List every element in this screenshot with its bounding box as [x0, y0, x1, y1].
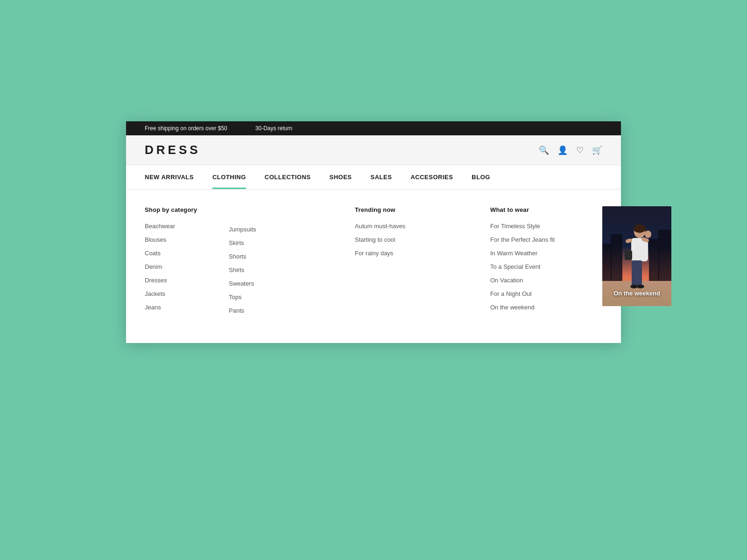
category-blouses[interactable]: Blouses — [145, 236, 201, 243]
category-jumpsuits[interactable]: Jumpsuits — [229, 226, 285, 233]
clothing-dropdown: Shop by category Beachwear Blouses Coats… — [126, 189, 621, 343]
svg-rect-4 — [649, 239, 659, 281]
trending-header: Trending now — [355, 206, 420, 213]
wear-vacation[interactable]: On Vacation — [490, 277, 574, 284]
svg-rect-3 — [611, 234, 622, 281]
svg-point-15 — [630, 285, 638, 288]
feature-image-label: On the weekend — [602, 290, 671, 297]
announcement-bar: Free shipping on orders over $50 30-Days… — [126, 121, 621, 135]
category-jeans[interactable]: Jeans — [145, 304, 201, 311]
nav-item-clothing[interactable]: CLOTHING — [212, 165, 246, 189]
category-tops[interactable]: Tops — [229, 294, 285, 301]
wear-jeans[interactable]: For the Perfect Jeans fit — [490, 236, 574, 243]
category-skirts[interactable]: Skirts — [229, 239, 285, 246]
main-navbar: NEW ARRIVALS CLOTHING COLLECTIONS SHOES … — [126, 165, 621, 189]
nav-item-sales[interactable]: SALES — [371, 165, 392, 189]
wear-night[interactable]: For a Night Out — [490, 290, 574, 297]
category-jackets[interactable]: Jackets — [145, 290, 201, 297]
category-beachwear[interactable]: Beachwear — [145, 223, 201, 230]
nav-item-shoes[interactable]: SHOES — [330, 165, 352, 189]
category-pants[interactable]: Pants — [229, 307, 285, 314]
spacer — [313, 206, 327, 321]
nav-item-accesories[interactable]: ACCESORIES — [410, 165, 453, 189]
what-wear-header: What to wear — [490, 206, 574, 213]
svg-rect-2 — [602, 244, 612, 281]
nav-item-new-arrivals[interactable]: NEW ARRIVALS — [145, 165, 194, 189]
wear-timeless[interactable]: For Timeless Style — [490, 223, 574, 230]
svg-rect-12 — [625, 251, 632, 260]
account-icon[interactable]: 👤 — [557, 145, 568, 155]
category-denim[interactable]: Denim — [145, 263, 201, 270]
category-shorts[interactable]: Shorts — [229, 253, 285, 260]
category-dresses[interactable]: Dresses — [145, 277, 201, 284]
browser-window: Free shipping on orders over $50 30-Days… — [126, 121, 621, 343]
nav-item-blog[interactable]: BLOG — [472, 165, 490, 189]
search-icon[interactable]: 🔍 — [539, 145, 549, 155]
svg-point-16 — [637, 285, 644, 288]
site-logo[interactable]: DRESS — [145, 143, 201, 157]
returns-message: 30-Days return — [255, 125, 292, 132]
svg-rect-14 — [635, 260, 642, 286]
nav-item-collections[interactable]: COLLECTIONS — [265, 165, 311, 189]
header-icons: 🔍 👤 ♡ 🛒 — [539, 145, 602, 155]
site-header: DRESS 🔍 👤 ♡ 🛒 — [126, 135, 621, 165]
svg-point-11 — [645, 231, 651, 238]
wear-weekend[interactable]: On the weekend — [490, 304, 574, 311]
cart-icon[interactable]: 🛒 — [592, 145, 602, 155]
category-coats[interactable]: Coats — [145, 250, 201, 257]
category-sweaters[interactable]: Sweaters — [229, 280, 285, 287]
trending-autum[interactable]: Autum must-haves — [355, 223, 420, 230]
trending-column: Trending now Autum must-haves Starting t… — [355, 206, 420, 321]
trending-starting[interactable]: Starting to cool — [355, 236, 420, 243]
wear-warm[interactable]: In Warm Weather — [490, 250, 574, 257]
spacer-2 — [448, 206, 462, 321]
category-header: Shop by category — [145, 206, 201, 213]
category-column: Shop by category Beachwear Blouses Coats… — [145, 206, 201, 321]
category-shirts[interactable]: Shirts — [229, 266, 285, 273]
shipping-message: Free shipping on orders over $50 — [145, 125, 227, 132]
feature-image[interactable]: On the weekend — [602, 206, 671, 306]
trending-rainy[interactable]: For rainy days — [355, 250, 420, 257]
svg-rect-5 — [658, 230, 671, 281]
wear-special[interactable]: To a Special Event — [490, 263, 574, 270]
what-wear-column: What to wear For Timeless Style For the … — [490, 206, 574, 321]
category-column-2: Jumpsuits Skirts Shorts Shirts Sweaters … — [229, 226, 285, 321]
svg-point-7 — [634, 224, 646, 233]
wishlist-icon[interactable]: ♡ — [576, 145, 584, 155]
